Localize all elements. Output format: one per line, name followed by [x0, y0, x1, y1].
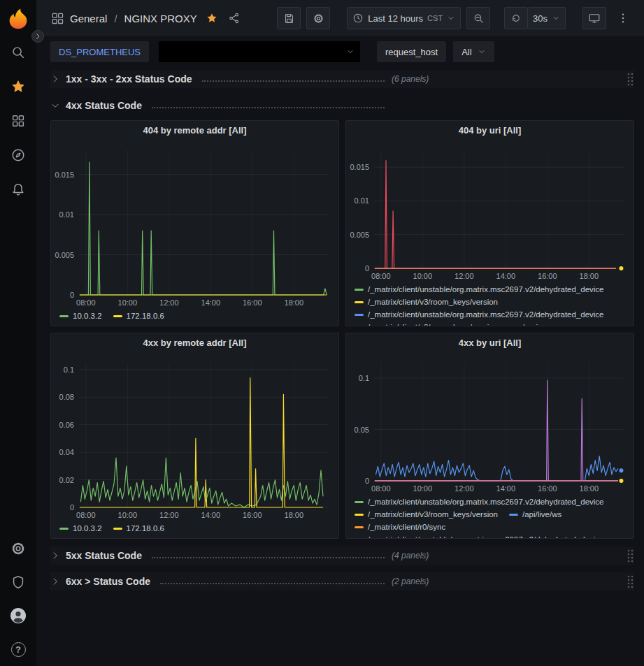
legend-item[interactable]: 172.18.0.6 — [113, 310, 164, 321]
legend-series-color — [355, 514, 364, 516]
svg-text:12:00: 12:00 — [159, 298, 179, 307]
alerting-bell-icon[interactable] — [10, 181, 27, 198]
user-avatar[interactable] — [10, 607, 27, 624]
row-header-5xx[interactable]: 5xx Status Code (4 panels) — [50, 546, 634, 565]
legend-item[interactable]: /_matrix/client/v3/room_keys/version — [355, 509, 498, 520]
breadcrumb-dashboard-title[interactable]: NGINX PROXY — [124, 13, 197, 24]
legend-item[interactable]: 10.0.3.2 — [59, 310, 102, 321]
svg-text:0.04: 0.04 — [59, 448, 74, 456]
legend-item[interactable]: /_matrix/client/unstable/org.matrix.msc2… — [355, 309, 604, 320]
admin-shield-icon[interactable] — [10, 574, 27, 591]
legend-item[interactable]: 10.0.3.2 — [59, 523, 102, 534]
legend-item[interactable]: /sw.js — [509, 321, 542, 326]
request-host-variable-label[interactable]: request_host — [377, 41, 446, 62]
row-header-6xx[interactable]: 6xx > Status Code (2 panels) — [50, 572, 634, 591]
kebab-menu-icon[interactable] — [612, 7, 634, 29]
legend-item[interactable]: /_matrix/client/v3/room_keys/version — [355, 296, 498, 307]
svg-text:0: 0 — [365, 264, 369, 273]
dotted-leader — [152, 553, 385, 558]
svg-text:18:00: 18:00 — [580, 272, 599, 280]
row-drag-handle-icon[interactable] — [626, 72, 634, 86]
panel-title[interactable]: 4xx by uri [All] — [346, 333, 634, 353]
row-drag-handle-icon[interactable] — [626, 549, 634, 563]
legend-series-color — [355, 301, 364, 303]
share-icon[interactable] — [228, 12, 241, 24]
legend-series-name: 172.18.0.6 — [127, 524, 164, 533]
legend-item[interactable]: 172.18.0.6 — [113, 523, 164, 534]
svg-text:0: 0 — [365, 477, 369, 485]
legend-series-name: /_matrix/client/v3/room_keys/version — [368, 298, 498, 306]
breadcrumb-separator: / — [114, 13, 117, 24]
panel-title[interactable]: 404 by remote addr [All] — [51, 121, 338, 140]
legend-series-color — [355, 314, 364, 316]
sidebar-expand-button[interactable] — [31, 30, 44, 43]
refresh-button-group: 30s — [504, 7, 566, 29]
chart-area[interactable]: 00.050.108:0010:0012:0014:0016:0018:00 — [346, 353, 634, 495]
svg-text:14:00: 14:00 — [201, 298, 221, 307]
legend-series-color — [59, 528, 69, 530]
zoom-out-button[interactable] — [466, 7, 490, 29]
legend-item[interactable]: /_matrix/client/unstable/org.matrix.msc2… — [355, 284, 604, 295]
row-header-1xx-3xx-2xx[interactable]: 1xx - 3xx - 2xx Status Code (6 panels) — [50, 70, 634, 88]
starred-dashboards-icon[interactable] — [10, 78, 27, 95]
legend-item[interactable]: /_matrix/client/r0/sync — [355, 521, 445, 533]
breadcrumb-folder[interactable]: General — [70, 13, 107, 24]
chart-area[interactable]: 00.020.040.060.080.108:0010:0012:0014:00… — [51, 353, 338, 521]
svg-text:16:00: 16:00 — [243, 511, 262, 519]
grafana-logo-icon[interactable] — [5, 5, 31, 31]
legend-item[interactable]: /_matrix/client/unstable/org.matrix.msc2… — [355, 534, 604, 538]
svg-text:08:00: 08:00 — [371, 272, 391, 280]
dashboard-settings-button[interactable] — [306, 7, 330, 29]
panel: 404 by uri [All]00.0050.010.01508:0010:0… — [345, 120, 634, 326]
save-dashboard-button[interactable] — [277, 7, 301, 29]
panel-legend: 10.0.3.2172.18.0.6 — [51, 521, 338, 538]
legend-series-name: /_matrix/client/v3/room_keys/version — [368, 323, 498, 326]
time-series-chart[interactable]: 00.050.108:0010:0012:0014:0016:0018:00 — [346, 353, 634, 495]
favorite-star-icon[interactable] — [206, 12, 218, 24]
chevron-down-icon — [346, 48, 355, 56]
chevron-down-icon — [552, 14, 560, 22]
row-title: 6xx > Status Code — [66, 576, 150, 587]
time-series-chart[interactable]: 00.0050.010.01508:0010:0012:0014:0016:00… — [346, 140, 634, 282]
row-panel-count: (4 panels) — [392, 551, 429, 560]
legend-series-name: /_matrix/client/unstable/org.matrix.msc2… — [368, 498, 604, 506]
help-icon[interactable]: ? — [10, 641, 27, 658]
server-admin-gear-icon[interactable] — [10, 540, 27, 557]
refresh-interval-dropdown[interactable]: 30s — [528, 7, 566, 29]
dashboard-grid-icon — [50, 11, 64, 25]
svg-text:0.08: 0.08 — [59, 393, 74, 401]
explore-compass-icon[interactable] — [10, 147, 27, 164]
datasource-variable-label[interactable]: DS_PROMETHEUS — [50, 41, 149, 62]
svg-text:0.01: 0.01 — [59, 210, 74, 219]
svg-text:0.1: 0.1 — [64, 365, 74, 374]
request-host-variable-select[interactable]: All — [453, 41, 494, 62]
help-glyph: ? — [11, 642, 26, 657]
chart-area[interactable]: 00.0050.010.01508:0010:0012:0014:0016:00… — [346, 140, 634, 282]
legend-series-color — [355, 501, 364, 503]
chevron-right-icon — [50, 74, 60, 84]
panel-legend: 10.0.3.2172.18.0.6 — [51, 309, 338, 326]
chevron-right-icon — [50, 577, 60, 586]
time-series-chart[interactable]: 00.0050.010.01508:0010:0012:0014:0016:00… — [51, 140, 338, 309]
panel-title[interactable]: 4xx by remote addr [All] — [51, 333, 338, 353]
chart-area[interactable]: 00.0050.010.01508:0010:0012:0014:0016:00… — [51, 140, 338, 309]
legend-series-color — [113, 528, 122, 530]
svg-text:0.01: 0.01 — [355, 196, 369, 205]
chevron-down-icon — [50, 101, 60, 110]
row-header-4xx[interactable]: 4xx Status Code — [50, 96, 634, 115]
dashboards-icon[interactable] — [10, 113, 27, 129]
legend-item[interactable]: /_matrix/client/unstable/org.matrix.msc2… — [355, 496, 604, 507]
svg-text:0.015: 0.015 — [350, 163, 369, 171]
search-icon[interactable] — [10, 44, 27, 61]
refresh-button[interactable] — [504, 7, 528, 29]
panel-title[interactable]: 404 by uri [All] — [346, 121, 634, 140]
time-series-chart[interactable]: 00.020.040.060.080.108:0010:0012:0014:00… — [51, 353, 338, 521]
svg-text:18:00: 18:00 — [285, 511, 304, 519]
legend-item[interactable]: /_matrix/client/v3/room_keys/version — [355, 321, 498, 326]
time-range-picker[interactable]: Last 12 hours CST — [347, 7, 461, 29]
datasource-variable-select[interactable] — [159, 41, 360, 62]
row-drag-handle-icon[interactable] — [626, 574, 634, 588]
legend-series-name: /_matrix/client/r0/sync — [368, 523, 445, 531]
legend-item[interactable]: /api/live/ws — [509, 509, 561, 520]
cycle-view-mode-button[interactable] — [582, 7, 606, 29]
